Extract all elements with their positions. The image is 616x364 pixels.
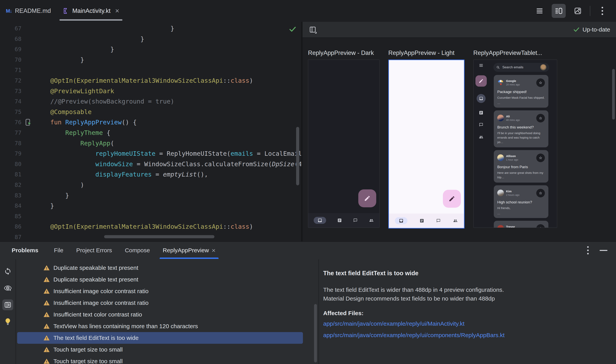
tab-compose[interactable]: Compose	[120, 242, 155, 259]
favorite-button[interactable]	[536, 224, 545, 228]
affected-file-link[interactable]: app/src/main/java/com/example/reply/ui/c…	[323, 331, 608, 339]
problems-scrollbar[interactable]	[314, 304, 317, 363]
refresh-button[interactable]	[2, 266, 13, 277]
nav-articles[interactable]	[420, 218, 424, 223]
editor-horizontal-scrollbar[interactable]	[104, 235, 214, 238]
favorite-button[interactable]	[536, 78, 545, 87]
close-icon[interactable]: ×	[212, 247, 216, 254]
tablet-frame[interactable]: Search emails Google20 mins agoPackage s…	[473, 60, 557, 228]
code-line[interactable]: 80 windowSize = WindowSizeClass.calculat…	[0, 159, 301, 169]
editor-vertical-scrollbar[interactable]	[296, 127, 299, 185]
nav-chat[interactable]	[353, 218, 358, 223]
compose-fab[interactable]	[358, 189, 376, 207]
line-number: 83	[0, 190, 21, 201]
search-bar[interactable]: Search emails	[493, 63, 549, 72]
favorite-button[interactable]	[536, 114, 545, 122]
nav-chat[interactable]	[479, 122, 483, 127]
line-number: 76	[0, 117, 21, 128]
phone-frame-dark[interactable]: Search emails Google20 mins agoPackage s…	[308, 60, 379, 228]
code-line[interactable]: 71	[0, 65, 301, 76]
preview-scrollbar[interactable]	[612, 69, 615, 119]
more-options-button[interactable]	[595, 4, 609, 18]
problem-row[interactable]: TextView has lines containing more than …	[17, 320, 303, 332]
code-line[interactable]: 84}	[0, 201, 301, 211]
nav-inbox[interactable]	[395, 217, 407, 224]
inspection-ok-icon[interactable]	[288, 25, 297, 33]
code-line[interactable]: 73@PreviewLightDark	[0, 86, 301, 97]
tab-file[interactable]: File	[49, 242, 69, 259]
code-line[interactable]: 86@OptIn(ExperimentalMaterial3WindowSize…	[0, 221, 301, 232]
preview-layout-button[interactable]	[308, 25, 317, 34]
design-view-button[interactable]	[571, 4, 585, 18]
code-line[interactable]: 81 displayFeatures = emptyList(),	[0, 169, 301, 180]
nav-inbox[interactable]	[477, 94, 486, 103]
email-card[interactable]: Google20 mins agoPackage shipped!Cucumbe…	[494, 75, 548, 108]
editor-preview-splitter[interactable]	[301, 22, 303, 241]
code-line[interactable]: 69 }	[0, 44, 301, 55]
kebab-menu-icon[interactable]	[587, 246, 589, 254]
nav-people[interactable]	[478, 134, 484, 140]
view-options-button[interactable]	[2, 283, 13, 294]
code-text: }	[35, 201, 54, 211]
avatar[interactable]	[540, 64, 546, 70]
nav-articles[interactable]	[337, 218, 342, 223]
tab-readme[interactable]: M↓ README.md	[0, 0, 57, 22]
problem-row[interactable]: Duplicate speakable text present	[17, 274, 303, 285]
code-line[interactable]: 76fun ReplyAppPreview() {	[0, 117, 301, 128]
nav-people[interactable]	[453, 218, 458, 223]
preview-tablet[interactable]: ReplyAppPreviewTablet...	[473, 50, 557, 228]
tab-mainactivity[interactable]: MainActivity.kt ×	[57, 0, 125, 22]
preview-light[interactable]: ReplyAppPreview - Light Search emails Go…	[388, 50, 464, 229]
email-card[interactable]: Allison1 hour agoBonjour from ParisHere …	[494, 150, 548, 182]
compose-fab[interactable]	[476, 75, 487, 87]
compose-fab[interactable]	[443, 190, 461, 208]
favorite-button[interactable]	[536, 154, 545, 162]
menu-icon[interactable]	[478, 63, 484, 68]
code-line[interactable]: 75@Composable	[0, 107, 301, 117]
preview-canvas[interactable]: ReplyAppPreview - Dark Search emails Goo…	[303, 38, 616, 241]
tab-replyapppreview[interactable]: ReplyAppPreview×	[158, 242, 221, 259]
code-line[interactable]: 85	[0, 211, 301, 222]
problem-row[interactable]: Touch target size too small	[17, 344, 303, 355]
line-number: 73	[0, 86, 21, 97]
code-line[interactable]: 68 }	[0, 34, 301, 44]
code-line[interactable]: 83 }	[0, 190, 301, 201]
nav-people[interactable]	[369, 218, 374, 223]
run-preview-icon[interactable]	[21, 117, 35, 128]
code-line[interactable]: 82 )	[0, 180, 301, 190]
email-card[interactable]: Kim2 hours agoHigh school reunion?Hi fri…	[494, 185, 548, 218]
problem-row[interactable]: Insufficient text color contrast ratio	[17, 309, 303, 320]
preview-dark[interactable]: ReplyAppPreview - Dark Search emails Goo…	[308, 50, 379, 228]
phone-frame-light[interactable]: Search emails Google20 mins agoPackage s…	[388, 60, 464, 229]
code-editor[interactable]: 67 }68 }69 }70 }7172@OptIn(ExperimentalM…	[0, 22, 301, 241]
code-line[interactable]: 67 }	[0, 23, 301, 34]
split-view-button[interactable]	[552, 4, 566, 18]
code-line[interactable]: 74//@Preview(showBackground = true)	[0, 96, 301, 107]
code-line[interactable]: 78 ReplyApp(	[0, 138, 301, 149]
favorite-button[interactable]	[536, 189, 545, 197]
problem-row[interactable]: Insufficient image color contrast ratio	[17, 285, 303, 297]
code-view-button[interactable]	[532, 4, 546, 18]
code-line[interactable]: 77 ReplyTheme {	[0, 128, 301, 138]
code-lines: 67 }68 }69 }70 }7172@OptIn(ExperimentalM…	[0, 22, 301, 241]
nav-chat[interactable]	[436, 218, 441, 223]
code-line[interactable]: 72@OptIn(ExperimentalMaterial3WindowSize…	[0, 76, 301, 86]
quick-fix-button[interactable]	[2, 316, 13, 327]
nav-inbox[interactable]	[314, 217, 326, 224]
email-card[interactable]: Ali40 mins agoBrunch this weekend?I'll b…	[494, 110, 548, 147]
problem-row[interactable]: Touch target size too small	[17, 355, 303, 364]
chat-icon	[436, 218, 441, 223]
nav-articles[interactable]	[479, 110, 483, 115]
close-icon[interactable]: ×	[115, 7, 119, 14]
details-panel-button[interactable]	[2, 299, 13, 310]
problems-list[interactable]: Duplicate speakable text presentDuplicat…	[16, 259, 319, 364]
code-line[interactable]: 79 replyHomeUIState = ReplyHomeUIState(e…	[0, 149, 301, 159]
problem-row[interactable]: Duplicate speakable text present	[17, 262, 303, 274]
tab-project-errors[interactable]: Project Errors	[71, 242, 117, 259]
email-card[interactable]: Trevor2 hours ago	[494, 221, 548, 228]
affected-file-link[interactable]: app/src/main/java/com/example/reply/ui/M…	[323, 319, 608, 328]
problem-row[interactable]: The text field EditText is too wide	[17, 332, 303, 344]
problem-row[interactable]: Insufficient image color contrast ratio	[17, 297, 303, 309]
code-line[interactable]: 70 }	[0, 55, 301, 65]
minimize-icon[interactable]	[600, 250, 607, 251]
